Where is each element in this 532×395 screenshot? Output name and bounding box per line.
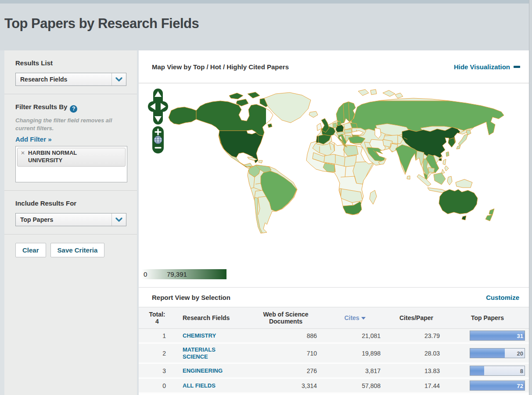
map-country-benelux[interactable]	[333, 123, 337, 128]
map-country-japan[interactable]	[458, 134, 468, 146]
cites-paper-value: 13.83	[387, 363, 446, 378]
field-link[interactable]: CHEMISTRY	[183, 332, 216, 339]
map-country-usa[interactable]	[217, 131, 267, 165]
filter-label: Filter Results By?	[15, 103, 131, 113]
hide-visualization-link[interactable]: Hide Visualization	[454, 63, 520, 71]
cites-value: 57,808	[323, 378, 387, 393]
col-research-fields[interactable]: Research Fields	[176, 307, 248, 329]
table-row: 0 ALL FIELDS 3,314 57,808 17.44 72	[139, 378, 529, 393]
map-country-hainan[interactable]	[439, 158, 442, 161]
chevron-down-icon	[111, 73, 126, 85]
minus-icon	[514, 66, 520, 68]
row-rank: 1	[139, 329, 176, 343]
map-country-new-zealand-south[interactable]	[485, 215, 492, 221]
wos-value: 276	[248, 363, 323, 378]
cites-value: 21,081	[323, 329, 387, 343]
map-country-svalbard[interactable]	[358, 89, 369, 96]
choropleth-map	[139, 83, 529, 287]
include-results-label: Include Results For	[15, 199, 131, 207]
map-country-czech[interactable]	[344, 129, 352, 133]
map-country-canada-island[interactable]	[248, 92, 260, 98]
report-title: Report View by Selection	[152, 294, 486, 301]
map-country-taiwan[interactable]	[446, 152, 449, 157]
table-row: 1 CHEMISTRY 886 21,081 23.79 31	[139, 329, 529, 343]
report-table: Total:4 Research Fields Web of Science D…	[139, 307, 529, 394]
field-link[interactable]: ENGINEERING	[183, 367, 223, 374]
wos-value: 710	[248, 343, 323, 363]
map-country-japan-kyushu[interactable]	[457, 145, 460, 149]
map-country-philippines[interactable]	[443, 159, 446, 165]
map-country-new-guinea[interactable]	[456, 179, 472, 188]
page-title: Top Papers by Research Fields	[4, 16, 532, 32]
col-total: Total:4	[139, 307, 176, 329]
map-country-newfoundland[interactable]	[268, 124, 272, 128]
map-country-sri-lanka[interactable]	[407, 176, 410, 179]
filter-tag-label: HARBIN NORMAL UNIVERSITY	[28, 149, 98, 164]
top-papers-bar: 8	[470, 366, 525, 376]
col-wos-documents[interactable]: Web of Science Documents	[248, 307, 323, 329]
help-icon[interactable]: ?	[70, 105, 77, 113]
map-pan-control[interactable]	[148, 89, 168, 125]
field-link[interactable]: MATERIALS SCIENCE	[183, 346, 235, 360]
results-list-dropdown[interactable]: Research Fields	[15, 73, 126, 86]
row-rank: 3	[139, 363, 176, 378]
chevron-down-icon	[111, 214, 126, 226]
map-country-philippines[interactable]	[445, 166, 449, 171]
map-country-borneo[interactable]	[434, 173, 446, 185]
map-country-sulawesi[interactable]	[447, 176, 452, 185]
browser-top-strip	[0, 0, 532, 4]
row-rank: 0	[139, 378, 176, 393]
map-country-australia[interactable]	[439, 189, 478, 214]
legend-max: 79,391	[167, 270, 187, 278]
map-country-hispaniola[interactable]	[259, 160, 262, 163]
cites-value: 19,898	[323, 343, 387, 363]
map-country-canada-island[interactable]	[229, 93, 243, 99]
filter-tag[interactable]: ✕ HARBIN NORMAL UNIVERSITY	[17, 148, 126, 167]
map-country-iceland[interactable]	[309, 111, 318, 117]
filter-box: ✕ HARBIN NORMAL UNIVERSITY	[15, 146, 127, 182]
scrollbar-strip[interactable]	[529, 0, 532, 395]
top-papers-bar: 31	[470, 331, 525, 341]
map-country-denmark[interactable]	[337, 121, 341, 126]
page-header: Top Papers by Research Fields	[0, 4, 532, 50]
col-cites-paper[interactable]: Cites/Paper	[387, 307, 446, 329]
world-map: 0 79,391	[139, 83, 529, 287]
map-legend: 0 79,391	[141, 269, 226, 279]
map-country-cambodia[interactable]	[428, 167, 435, 173]
map-country-madagascar[interactable]	[370, 190, 377, 204]
sidebar-buttons: Clear Save Criteria	[4, 235, 137, 266]
wos-value: 3,314	[248, 378, 323, 393]
map-country-philippines[interactable]	[442, 169, 445, 174]
results-list-label: Results List	[15, 59, 131, 67]
map-country-tasmania[interactable]	[462, 216, 466, 220]
legend-min: 0	[144, 270, 147, 278]
caret-down-icon	[361, 317, 366, 320]
cites-value: 3,817	[323, 363, 387, 378]
map-country-novaya-zemlya[interactable]	[383, 90, 395, 96]
include-results-dropdown[interactable]: Top Papers	[15, 213, 126, 226]
save-criteria-button[interactable]: Save Criteria	[50, 243, 105, 257]
cites-paper-value: 28.03	[387, 343, 446, 363]
include-results-value: Top Papers	[16, 216, 111, 223]
filter-note: Changing the filter field removes all cu…	[15, 117, 119, 132]
table-row: 3 ENGINEERING 276 3,817 13.83 8	[139, 363, 529, 378]
report-header: Report View by Selection Customize	[139, 287, 529, 307]
top-papers-bar: 20	[470, 348, 525, 358]
table-row: 2 MATERIALS SCIENCE 710 19,898 28.03 20	[139, 343, 529, 363]
map-country-svalbard[interactable]	[370, 89, 377, 95]
col-top-papers[interactable]: Top Papers	[446, 307, 529, 329]
filter-section: Filter Results By? Changing the filter f…	[4, 94, 137, 191]
map-country-novaya-zemlya[interactable]	[395, 93, 403, 98]
wos-value: 886	[248, 329, 323, 343]
top-papers-bar: 72	[470, 381, 525, 391]
customize-link[interactable]: Customize	[486, 294, 519, 301]
viz-header: Map View by Top / Hot / Highly Cited Pap…	[139, 50, 529, 83]
remove-filter-icon[interactable]: ✕	[21, 149, 25, 164]
map-zoom-control[interactable]	[152, 126, 164, 153]
add-filter-link[interactable]: Add Filter »	[15, 135, 52, 143]
clear-button[interactable]: Clear	[15, 243, 46, 257]
map-country-new-zealand[interactable]	[489, 209, 494, 215]
field-link[interactable]: ALL FIELDS	[183, 382, 216, 389]
sidebar: Results List Research Fields Filter Resu…	[4, 50, 137, 395]
col-cites-sort[interactable]: Cites	[323, 307, 387, 329]
